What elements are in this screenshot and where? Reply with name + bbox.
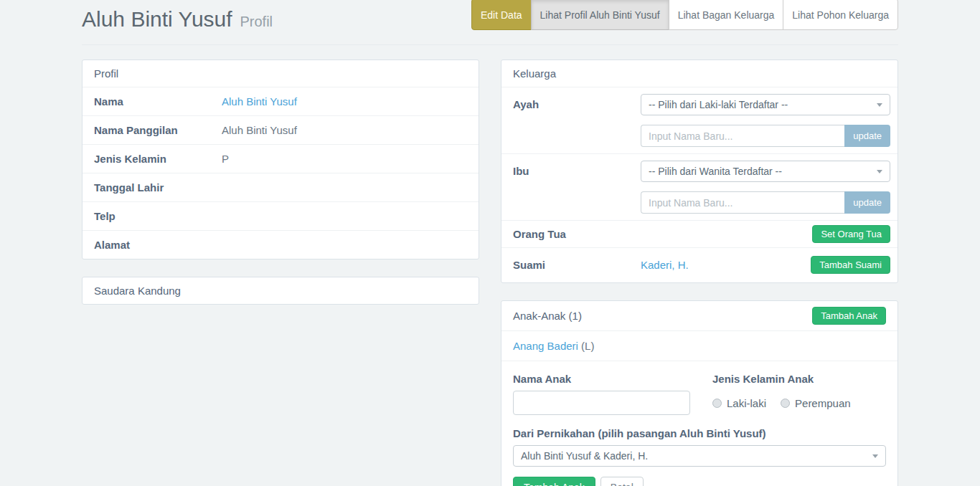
- ayah-row: Ayah -- Pilih dari Laki-laki Terdaftar -…: [501, 87, 897, 153]
- content-columns: Profil Nama Aluh Binti Yusuf Nama Panggi…: [82, 59, 898, 486]
- ayah-label: Ayah: [513, 94, 641, 147]
- ibu-controls: -- Pilih dari Wanita Terdaftar -- update: [641, 161, 890, 214]
- radio-button-icon[interactable]: [712, 399, 722, 408]
- radio-button-icon[interactable]: [781, 399, 790, 408]
- keluarga-panel-title: Keluarga: [513, 67, 556, 80]
- form-buttons-row: Tambah Anak Batal: [513, 477, 886, 486]
- ayah-name-input[interactable]: [641, 125, 844, 147]
- saudara-kandung-title: Saudara Kandung: [94, 285, 181, 297]
- right-column: Keluarga Ayah -- Pilih dari Laki-laki Te…: [501, 59, 898, 486]
- profil-panel-heading: Profil: [83, 60, 479, 87]
- ayah-select-value: -- Pilih dari Laki-laki Terdaftar --: [649, 98, 788, 112]
- radio-perempuan[interactable]: Perempuan: [781, 397, 851, 409]
- dari-pernikahan-label: Dari Pernikahan (pilih pasangan Aluh Bin…: [513, 427, 886, 439]
- chevron-down-icon: [877, 170, 882, 173]
- jenis-kelamin-anak-group: Jenis Kelamin Anak Laki-laki Perempuan: [712, 373, 886, 415]
- row-label: Telp: [94, 209, 222, 223]
- table-row-tanggal-lahir: Tanggal Lahir: [83, 173, 479, 201]
- table-row-nama-panggilan: Nama Panggilan Aluh Binti Yusuf: [83, 115, 479, 144]
- row-label: Nama: [94, 95, 222, 108]
- chevron-down-icon: [877, 103, 882, 107]
- row-label: Tanggal Lahir: [94, 181, 222, 194]
- saudara-kandung-heading: Saudara Kandung: [83, 277, 479, 304]
- left-column: Profil Nama Aluh Binti Yusuf Nama Panggi…: [82, 59, 479, 305]
- ibu-input-group: update: [641, 191, 890, 214]
- row-label: Alamat: [94, 238, 222, 252]
- radio-perempuan-label: Perempuan: [795, 397, 851, 409]
- row-label: Nama Panggilan: [94, 123, 222, 137]
- row-value: [222, 238, 467, 252]
- child-gender-suffix: (L): [581, 340, 594, 352]
- lihat-pohon-keluarga-button[interactable]: Lihat Pohon Keluarga: [783, 0, 898, 30]
- gender-radio-row: Laki-laki Perempuan: [712, 397, 886, 409]
- nama-anak-field-group: Nama Anak: [513, 373, 690, 415]
- keluarga-panel: Keluarga Ayah -- Pilih dari Laki-laki Te…: [501, 59, 898, 283]
- page-subtitle: Profil: [240, 14, 273, 29]
- batal-button[interactable]: Batal: [600, 477, 644, 486]
- anak-anak-heading: Anak-Anak (1) Tambah Anak: [501, 301, 897, 330]
- lihat-bagan-keluarga-button[interactable]: Lihat Bagan Keluarga: [669, 0, 784, 30]
- ayah-select[interactable]: -- Pilih dari Laki-laki Terdaftar --: [641, 94, 890, 115]
- saudara-kandung-panel: Saudara Kandung: [82, 277, 479, 305]
- orang-tua-row: Orang Tua Set Orang Tua: [501, 220, 897, 247]
- header-divider: [82, 44, 898, 45]
- ibu-name-input[interactable]: [641, 191, 844, 214]
- ibu-update-button[interactable]: update: [844, 191, 890, 214]
- row-value: [222, 181, 467, 194]
- pernikahan-select[interactable]: Aluh Binti Yusuf & Kaderi, H.: [513, 445, 886, 467]
- row-value: P: [222, 152, 467, 166]
- anak-anak-title: Anak-Anak (1): [513, 310, 582, 322]
- lihat-profil-button[interactable]: Lihat Profil Aluh Binti Yusuf: [531, 0, 669, 30]
- radio-laki-laki[interactable]: Laki-laki: [712, 397, 766, 409]
- ayah-update-button[interactable]: update: [844, 125, 890, 147]
- jenis-kelamin-anak-label: Jenis Kelamin Anak: [712, 373, 886, 385]
- child-name-link[interactable]: Anang Baderi: [513, 340, 578, 352]
- row-label: Jenis Kelamin: [94, 152, 222, 166]
- ibu-select-value: -- Pilih dari Wanita Terdaftar --: [649, 165, 782, 178]
- header-button-group: Edit Data Lihat Profil Aluh Binti Yusuf …: [471, 0, 898, 30]
- keluarga-panel-heading: Keluarga: [501, 60, 897, 87]
- suami-row: Suami Kaderi, H. Tambah Suami: [501, 247, 897, 282]
- title-wrap: Aluh Binti Yusuf Profil: [82, 4, 273, 39]
- orang-tua-label: Orang Tua: [513, 228, 566, 240]
- row-value: Aluh Binti Yusuf: [222, 123, 467, 137]
- table-row-telp: Telp: [83, 201, 479, 230]
- profil-panel-title: Profil: [94, 67, 118, 80]
- suami-value-link[interactable]: Kaderi, H.: [641, 259, 811, 271]
- tambah-suami-button[interactable]: Tambah Suami: [811, 256, 890, 274]
- tambah-anak-header-button[interactable]: Tambah Anak: [812, 307, 886, 325]
- pernikahan-select-value: Aluh Binti Yusuf & Kaderi, H.: [521, 450, 648, 462]
- ayah-input-group: update: [641, 125, 890, 147]
- child-list-item: Anang Baderi (L): [501, 330, 897, 361]
- page-container: Aluh Binti Yusuf Profil Edit Data Lihat …: [0, 0, 980, 486]
- ibu-label: Ibu: [513, 161, 641, 214]
- add-child-form: Nama Anak Jenis Kelamin Anak Laki-laki: [501, 361, 897, 486]
- tambah-anak-submit-button[interactable]: Tambah Anak: [513, 477, 595, 486]
- table-row-nama: Nama Aluh Binti Yusuf: [83, 87, 479, 115]
- row-value: [222, 209, 467, 223]
- ibu-select[interactable]: -- Pilih dari Wanita Terdaftar --: [641, 161, 890, 182]
- edit-data-button[interactable]: Edit Data: [471, 0, 532, 30]
- page-header: Aluh Binti Yusuf Profil Edit Data Lihat …: [82, 0, 898, 39]
- nama-value-link[interactable]: Aluh Binti Yusuf: [222, 95, 297, 108]
- ibu-row: Ibu -- Pilih dari Wanita Terdaftar -- up…: [501, 153, 897, 220]
- table-row-jenis-kelamin: Jenis Kelamin P: [83, 144, 479, 173]
- nama-anak-input[interactable]: [513, 391, 690, 415]
- profil-panel: Profil Nama Aluh Binti Yusuf Nama Panggi…: [82, 59, 479, 259]
- suami-label: Suami: [513, 259, 641, 271]
- ayah-controls: -- Pilih dari Laki-laki Terdaftar -- upd…: [641, 94, 890, 147]
- radio-laki-laki-label: Laki-laki: [727, 397, 766, 409]
- nama-anak-label: Nama Anak: [513, 373, 690, 385]
- chevron-down-icon: [872, 454, 878, 458]
- set-orang-tua-button[interactable]: Set Orang Tua: [812, 225, 890, 243]
- page-title: Aluh Binti Yusuf: [82, 7, 232, 31]
- anak-anak-panel: Anak-Anak (1) Tambah Anak Anang Baderi (…: [501, 300, 898, 486]
- add-child-form-grid: Nama Anak Jenis Kelamin Anak Laki-laki: [513, 373, 886, 415]
- table-row-alamat: Alamat: [83, 230, 479, 259]
